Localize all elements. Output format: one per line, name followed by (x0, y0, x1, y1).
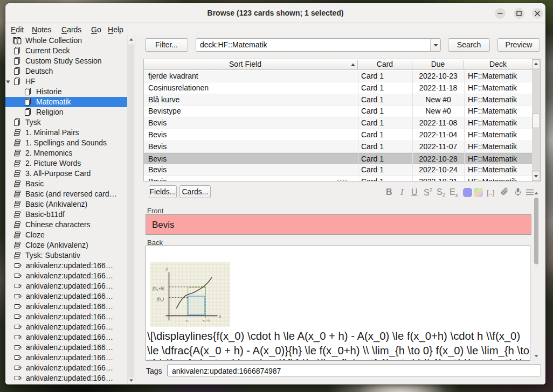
svg-text:x₀: x₀ (185, 318, 189, 323)
svg-text:x₀+h: x₀+h (202, 318, 210, 323)
svg-text:f(x₀): f(x₀) (157, 297, 164, 302)
svg-text:y: y (165, 265, 168, 271)
svg-text:f(x₀+h): f(x₀+h) (153, 286, 164, 291)
svg-text:x: x (218, 313, 221, 319)
